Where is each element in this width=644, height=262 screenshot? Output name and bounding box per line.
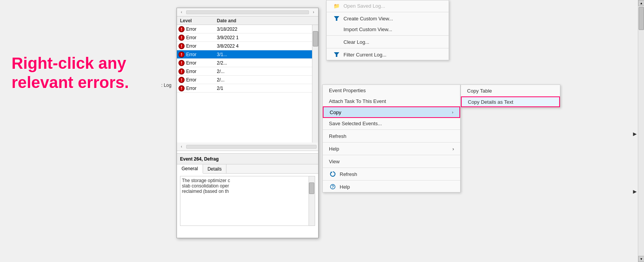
content-scrollbar[interactable]: [309, 176, 315, 226]
cm-create-custom-view[interactable]: Create Custom View...: [327, 13, 449, 24]
content-line2: slab consolidation oper: [182, 183, 313, 189]
ev-table-header: Level Date and: [177, 17, 318, 25]
scroll-arrow-up[interactable]: ▲: [638, 0, 644, 6]
row-level: Error: [186, 77, 197, 83]
svg-text:?: ?: [332, 185, 334, 189]
tab-details[interactable]: Details: [203, 164, 227, 173]
cm-refresh[interactable]: Refresh: [323, 131, 460, 141]
ev-scrollbar-right[interactable]: [312, 25, 318, 143]
placeholder-icon: [333, 25, 340, 33]
cm-open-saved-log[interactable]: 📁 Open Saved Log...: [327, 0, 449, 11]
error-icon: !: [178, 43, 185, 49]
cm-separator: [327, 12, 449, 12]
tab-general[interactable]: General: [177, 164, 203, 174]
right-panel: 📁 Open Saved Log... Create Custom View..…: [322, 0, 644, 262]
error-icon: !: [178, 60, 185, 66]
cm-save-selected-events[interactable]: Save Selected Events...: [323, 118, 460, 129]
col-level-header: Level: [177, 18, 215, 23]
event-viewer-window: ‹ › Level Date and ! Error 3/18/2022: [177, 8, 319, 238]
error-icon: !: [178, 85, 185, 91]
cm-view[interactable]: View: [323, 156, 460, 167]
filter-icon: [333, 15, 340, 22]
row-date: 3/9/2022 1: [215, 35, 312, 40]
table-row[interactable]: ! Error 2/2...: [177, 59, 312, 67]
error-icon: !: [178, 68, 185, 75]
row-level: Error: [186, 69, 197, 74]
error-icon-selected: !: [178, 51, 185, 58]
cm-main-sep-2: [323, 142, 460, 143]
nav-bottom-back[interactable]: ‹: [178, 144, 185, 150]
expand-arrow-right-2[interactable]: ►: [632, 188, 638, 195]
row-date: 3/8/2022 4: [215, 43, 312, 49]
row-level: Error: [186, 60, 197, 66]
cm-help-2[interactable]: ? Help: [323, 181, 460, 192]
scrollbar-thumb[interactable]: [313, 31, 318, 46]
instruction-text: Right-click any relevant errors.: [12, 54, 129, 93]
error-icon: !: [178, 77, 185, 83]
row-level: Error: [186, 43, 197, 49]
filter-icon-2: [333, 51, 340, 58]
context-menu-top: 📁 Open Saved Log... Create Custom View..…: [326, 0, 449, 60]
instruction-line2: relevant errors.: [12, 73, 129, 92]
context-menu-copy: Copy Table Copy Details as Text: [461, 85, 560, 108]
cm-clear-log[interactable]: Clear Log...: [327, 36, 449, 47]
table-row[interactable]: ! Error 3/8/2022 4: [177, 42, 312, 50]
ev-rows-container: ! Error 3/18/2022 ! Error 3/9/2022 1: [177, 25, 312, 143]
error-icon: !: [178, 35, 185, 41]
row-level: Error: [186, 27, 197, 32]
cm-separator-3: [327, 48, 449, 48]
table-row[interactable]: ! Error 2/1: [177, 84, 312, 93]
table-row[interactable]: ! Error 2/...: [177, 76, 312, 84]
instruction-line1: Right-click any: [12, 54, 129, 73]
page-scrollbar: ▲ ▼: [638, 0, 644, 262]
cm-help[interactable]: Help ›: [323, 143, 460, 154]
context-menu-main: Event Properties Attach Task To This Eve…: [322, 85, 461, 192]
nav-forward-btn[interactable]: ›: [310, 9, 317, 15]
cm-main-sep-5: [323, 180, 460, 181]
expand-arrow-right[interactable]: ►: [632, 131, 638, 138]
scroll-arrow-down[interactable]: ▼: [638, 256, 644, 262]
cm-attach-task[interactable]: Attach Task To This Event: [323, 96, 460, 106]
row-level: Error: [186, 52, 197, 57]
row-date: 2/2...: [215, 60, 312, 66]
cm-separator-2: [327, 35, 449, 36]
content-line1: The storage optimizer c: [182, 178, 313, 183]
ev-scrollbar-top[interactable]: [186, 10, 309, 14]
cm-copy-details-as-text[interactable]: Copy Details as Text: [461, 96, 560, 107]
folder-icon: 📁: [333, 2, 340, 10]
ev-nav-bottom: ‹: [177, 143, 318, 151]
row-date: 2/1: [215, 86, 312, 91]
table-row-selected[interactable]: ! Error 3/1...: [177, 50, 312, 59]
table-row[interactable]: ! Error 3/9/2022 1: [177, 33, 312, 42]
cm-filter-current-log[interactable]: Filter Current Log...: [327, 49, 449, 60]
table-row[interactable]: ! Error 3/18/2022: [177, 25, 312, 33]
cm-main-sep: [323, 129, 460, 130]
log-item-label: : Log: [161, 83, 172, 88]
cm-copy[interactable]: Copy ›: [323, 106, 460, 118]
cm-refresh-2[interactable]: Refresh: [323, 169, 460, 179]
cm-main-sep-4: [323, 167, 460, 168]
cm-help-arrow: ›: [452, 146, 454, 152]
ev-content: The storage optimizer c slab consolidati…: [177, 174, 318, 235]
nav-back-btn[interactable]: ‹: [178, 9, 185, 15]
col-date-header: Date and: [215, 18, 312, 23]
placeholder-icon-2: [333, 38, 340, 46]
ev-bottom-panel: Event 264, Defrag General Details The st…: [177, 153, 318, 238]
ev-scrollbar-h[interactable]: [186, 145, 317, 149]
row-date: 2/...: [215, 77, 312, 83]
cm-copy-table[interactable]: Copy Table: [461, 85, 560, 96]
cm-import-custom-view[interactable]: Import Custom View...: [327, 24, 449, 35]
cm-event-properties[interactable]: Event Properties: [323, 85, 460, 96]
help-icon: ?: [329, 183, 337, 191]
error-icon: !: [178, 26, 185, 32]
ev-bottom-title: Event 264, Defrag: [177, 154, 318, 164]
content-scroll-thumb[interactable]: [309, 182, 314, 194]
svg-marker-3: [334, 52, 339, 57]
refresh-icon: [329, 170, 337, 178]
svg-text:!: !: [181, 52, 182, 57]
scroll-thumb[interactable]: [639, 7, 644, 30]
row-date: 3/18/2022: [215, 27, 312, 32]
ev-tabs: General Details: [177, 164, 318, 174]
svg-marker-2: [334, 16, 339, 21]
table-row[interactable]: ! Error 2/...: [177, 67, 312, 76]
